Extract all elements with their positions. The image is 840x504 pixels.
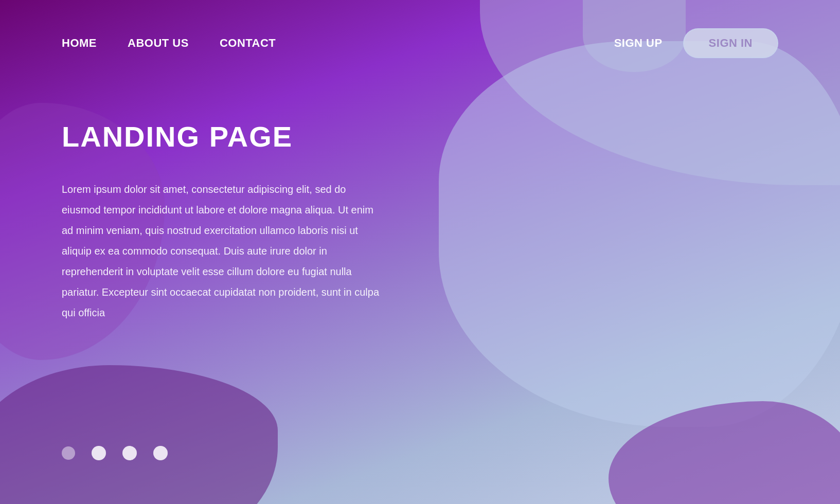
dot-2[interactable]: [92, 446, 106, 460]
pagination-dots: [62, 446, 168, 460]
hero-body-text: Lorem ipsum dolor sit amet, consectetur …: [62, 179, 381, 323]
signup-link[interactable]: SIGN UP: [614, 37, 663, 50]
dot-1[interactable]: [62, 446, 75, 460]
hero-section: LANDING PAGE Lorem ipsum dolor sit amet,…: [0, 58, 840, 323]
nav-home[interactable]: HOME: [62, 37, 97, 50]
dot-4[interactable]: [153, 446, 168, 460]
dot-3[interactable]: [122, 446, 137, 460]
navbar: HOME ABOUT US CONTACT SIGN UP SIGN IN: [0, 0, 840, 58]
signin-button[interactable]: SIGN IN: [683, 28, 778, 58]
nav-contact[interactable]: CONTACT: [220, 37, 276, 50]
nav-actions: SIGN UP SIGN IN: [614, 28, 778, 58]
page-content: HOME ABOUT US CONTACT SIGN UP SIGN IN LA…: [0, 0, 840, 504]
nav-links: HOME ABOUT US CONTACT: [62, 37, 276, 50]
hero-title: LANDING PAGE: [62, 120, 840, 153]
nav-about[interactable]: ABOUT US: [128, 37, 189, 50]
